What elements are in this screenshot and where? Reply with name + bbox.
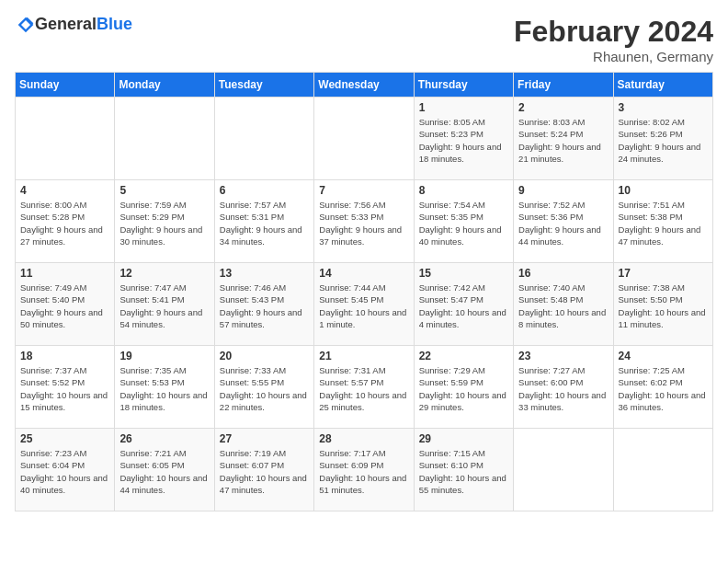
calendar-cell: 7Sunrise: 7:56 AM Sunset: 5:33 PM Daylig… bbox=[314, 180, 414, 263]
day-header-friday: Friday bbox=[514, 73, 613, 98]
day-number: 14 bbox=[319, 267, 408, 280]
day-number: 5 bbox=[119, 184, 209, 197]
logo: GeneralBlue bbox=[15, 15, 132, 34]
calendar-cell: 18Sunrise: 7:37 AM Sunset: 5:52 PM Dayli… bbox=[16, 346, 115, 429]
day-number: 16 bbox=[518, 267, 608, 280]
calendar-cell: 22Sunrise: 7:29 AM Sunset: 5:59 PM Dayli… bbox=[414, 346, 513, 429]
page-header: GeneralBlue February 2024 Rhaunen, Germa… bbox=[15, 15, 713, 64]
title-area: February 2024 Rhaunen, Germany bbox=[514, 15, 713, 64]
logo-text-blue: Blue bbox=[97, 15, 132, 33]
day-number: 12 bbox=[119, 267, 209, 280]
day-number: 7 bbox=[319, 184, 408, 197]
calendar-cell: 10Sunrise: 7:51 AM Sunset: 5:38 PM Dayli… bbox=[613, 180, 712, 263]
calendar-cell: 16Sunrise: 7:40 AM Sunset: 5:48 PM Dayli… bbox=[514, 263, 613, 346]
calendar-cell: 24Sunrise: 7:25 AM Sunset: 6:02 PM Dayli… bbox=[613, 346, 712, 429]
day-number: 22 bbox=[419, 350, 508, 362]
day-number: 15 bbox=[419, 267, 508, 280]
calendar-cell: 25Sunrise: 7:23 AM Sunset: 6:04 PM Dayli… bbox=[16, 429, 115, 511]
calendar-cell: 23Sunrise: 7:27 AM Sunset: 6:00 PM Dayli… bbox=[514, 346, 613, 429]
calendar-cell: 9Sunrise: 7:52 AM Sunset: 5:36 PM Daylig… bbox=[514, 180, 613, 263]
day-info: Sunrise: 7:46 AM Sunset: 5:43 PM Dayligh… bbox=[220, 282, 309, 330]
days-header-row: SundayMondayTuesdayWednesdayThursdayFrid… bbox=[16, 73, 713, 98]
day-info: Sunrise: 7:19 AM Sunset: 6:07 PM Dayligh… bbox=[220, 447, 309, 496]
calendar-cell bbox=[16, 98, 115, 180]
day-info: Sunrise: 7:27 AM Sunset: 6:00 PM Dayligh… bbox=[518, 364, 608, 413]
calendar-cell: 19Sunrise: 7:35 AM Sunset: 5:53 PM Dayli… bbox=[115, 346, 214, 429]
day-info: Sunrise: 7:33 AM Sunset: 5:55 PM Dayligh… bbox=[220, 364, 309, 413]
day-info: Sunrise: 7:57 AM Sunset: 5:31 PM Dayligh… bbox=[220, 199, 309, 247]
day-number: 17 bbox=[619, 267, 708, 280]
logo-text-general: General bbox=[35, 15, 97, 33]
day-info: Sunrise: 7:25 AM Sunset: 6:02 PM Dayligh… bbox=[619, 364, 708, 413]
day-info: Sunrise: 8:02 AM Sunset: 5:26 PM Dayligh… bbox=[619, 116, 708, 165]
day-header-tuesday: Tuesday bbox=[214, 73, 313, 98]
calendar-week-row: 25Sunrise: 7:23 AM Sunset: 6:04 PM Dayli… bbox=[16, 429, 713, 511]
calendar-cell bbox=[314, 98, 414, 180]
calendar-cell bbox=[115, 98, 214, 180]
day-number: 25 bbox=[20, 432, 109, 445]
calendar-cell: 8Sunrise: 7:54 AM Sunset: 5:35 PM Daylig… bbox=[414, 180, 513, 263]
day-info: Sunrise: 8:00 AM Sunset: 5:28 PM Dayligh… bbox=[20, 199, 109, 247]
day-number: 28 bbox=[319, 432, 408, 445]
day-number: 26 bbox=[119, 432, 209, 445]
day-info: Sunrise: 7:35 AM Sunset: 5:53 PM Dayligh… bbox=[119, 364, 209, 413]
calendar-cell: 6Sunrise: 7:57 AM Sunset: 5:31 PM Daylig… bbox=[214, 180, 313, 263]
day-info: Sunrise: 7:21 AM Sunset: 6:05 PM Dayligh… bbox=[119, 447, 209, 496]
calendar-cell: 29Sunrise: 7:15 AM Sunset: 6:10 PM Dayli… bbox=[414, 429, 513, 511]
calendar-week-row: 1Sunrise: 8:05 AM Sunset: 5:23 PM Daylig… bbox=[16, 98, 713, 180]
calendar-week-row: 11Sunrise: 7:49 AM Sunset: 5:40 PM Dayli… bbox=[16, 263, 713, 346]
calendar-cell: 15Sunrise: 7:42 AM Sunset: 5:47 PM Dayli… bbox=[414, 263, 513, 346]
calendar-table: SundayMondayTuesdayWednesdayThursdayFrid… bbox=[15, 72, 713, 511]
day-header-saturday: Saturday bbox=[613, 73, 712, 98]
day-number: 2 bbox=[518, 101, 608, 114]
day-info: Sunrise: 7:37 AM Sunset: 5:52 PM Dayligh… bbox=[20, 364, 109, 413]
calendar-cell: 3Sunrise: 8:02 AM Sunset: 5:26 PM Daylig… bbox=[613, 98, 712, 180]
day-info: Sunrise: 7:56 AM Sunset: 5:33 PM Dayligh… bbox=[319, 199, 408, 247]
day-info: Sunrise: 7:29 AM Sunset: 5:59 PM Dayligh… bbox=[419, 364, 508, 413]
logo-icon bbox=[17, 16, 35, 34]
calendar-cell: 12Sunrise: 7:47 AM Sunset: 5:41 PM Dayli… bbox=[115, 263, 214, 346]
day-number: 6 bbox=[220, 184, 309, 197]
day-info: Sunrise: 8:05 AM Sunset: 5:23 PM Dayligh… bbox=[419, 116, 508, 165]
calendar-cell bbox=[514, 429, 613, 511]
calendar-cell bbox=[613, 429, 712, 511]
calendar-cell: 14Sunrise: 7:44 AM Sunset: 5:45 PM Dayli… bbox=[314, 263, 414, 346]
day-info: Sunrise: 7:54 AM Sunset: 5:35 PM Dayligh… bbox=[419, 199, 508, 247]
day-number: 19 bbox=[119, 350, 209, 362]
day-info: Sunrise: 7:47 AM Sunset: 5:41 PM Dayligh… bbox=[119, 282, 209, 330]
calendar-cell: 21Sunrise: 7:31 AM Sunset: 5:57 PM Dayli… bbox=[314, 346, 414, 429]
day-info: Sunrise: 7:42 AM Sunset: 5:47 PM Dayligh… bbox=[419, 282, 508, 330]
calendar-cell: 17Sunrise: 7:38 AM Sunset: 5:50 PM Dayli… bbox=[613, 263, 712, 346]
day-number: 24 bbox=[619, 350, 708, 362]
day-number: 10 bbox=[619, 184, 708, 197]
calendar-cell: 27Sunrise: 7:19 AM Sunset: 6:07 PM Dayli… bbox=[214, 429, 313, 511]
day-number: 23 bbox=[518, 350, 608, 362]
calendar-cell: 28Sunrise: 7:17 AM Sunset: 6:09 PM Dayli… bbox=[314, 429, 414, 511]
day-number: 21 bbox=[319, 350, 408, 362]
calendar-cell: 1Sunrise: 8:05 AM Sunset: 5:23 PM Daylig… bbox=[414, 98, 513, 180]
day-info: Sunrise: 7:38 AM Sunset: 5:50 PM Dayligh… bbox=[619, 282, 708, 330]
day-number: 29 bbox=[419, 432, 508, 445]
day-number: 11 bbox=[20, 267, 109, 280]
day-number: 4 bbox=[20, 184, 109, 197]
day-info: Sunrise: 7:15 AM Sunset: 6:10 PM Dayligh… bbox=[419, 447, 508, 496]
day-header-sunday: Sunday bbox=[16, 73, 115, 98]
day-number: 18 bbox=[20, 350, 109, 362]
calendar-cell: 13Sunrise: 7:46 AM Sunset: 5:43 PM Dayli… bbox=[214, 263, 313, 346]
day-info: Sunrise: 7:17 AM Sunset: 6:09 PM Dayligh… bbox=[319, 447, 408, 496]
calendar-cell: 2Sunrise: 8:03 AM Sunset: 5:24 PM Daylig… bbox=[514, 98, 613, 180]
day-header-monday: Monday bbox=[115, 73, 214, 98]
day-number: 8 bbox=[419, 184, 508, 197]
calendar-cell: 26Sunrise: 7:21 AM Sunset: 6:05 PM Dayli… bbox=[115, 429, 214, 511]
day-info: Sunrise: 7:44 AM Sunset: 5:45 PM Dayligh… bbox=[319, 282, 408, 330]
day-number: 9 bbox=[518, 184, 608, 197]
calendar-cell: 11Sunrise: 7:49 AM Sunset: 5:40 PM Dayli… bbox=[16, 263, 115, 346]
calendar-cell: 5Sunrise: 7:59 AM Sunset: 5:29 PM Daylig… bbox=[115, 180, 214, 263]
day-info: Sunrise: 7:51 AM Sunset: 5:38 PM Dayligh… bbox=[619, 199, 708, 247]
calendar-cell bbox=[214, 98, 313, 180]
day-info: Sunrise: 7:59 AM Sunset: 5:29 PM Dayligh… bbox=[119, 199, 209, 247]
day-number: 13 bbox=[220, 267, 309, 280]
day-info: Sunrise: 7:52 AM Sunset: 5:36 PM Dayligh… bbox=[518, 199, 608, 247]
day-number: 27 bbox=[220, 432, 309, 445]
calendar-cell: 20Sunrise: 7:33 AM Sunset: 5:55 PM Dayli… bbox=[214, 346, 313, 429]
